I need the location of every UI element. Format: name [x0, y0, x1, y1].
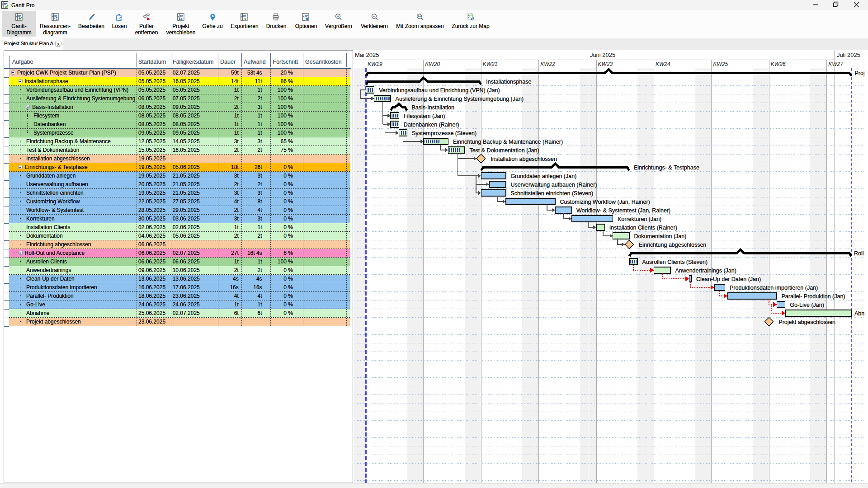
svg-text:Clean-Up der Daten (Jan): Clean-Up der Daten (Jan) — [696, 276, 761, 282]
svg-text:KW21: KW21 — [483, 61, 498, 67]
svg-text:Einrichtungs- & Testphase: Einrichtungs- & Testphase — [634, 164, 699, 171]
svg-text:KW25: KW25 — [713, 61, 728, 67]
svg-text:Schnittstellen einrichten (Ste: Schnittstellen einrichten (Steven) — [510, 190, 593, 197]
svg-text:KW26: KW26 — [771, 61, 786, 67]
svg-text:Anwendertrainings (Jan): Anwendertrainings (Jan) — [675, 267, 736, 274]
svg-text:KW24: KW24 — [656, 61, 670, 67]
svg-text:Einrichtung abgeschlossen: Einrichtung abgeschlossen — [639, 242, 706, 248]
svg-text:Verbindungsaufbau und Einricht: Verbindungsaufbau und Einrichtung (VPN) … — [379, 87, 500, 94]
svg-text:KW19: KW19 — [368, 61, 382, 67]
svg-text:Installationsphase: Installationsphase — [486, 79, 531, 85]
svg-text:Auslieferung & Einrichtung Sys: Auslieferung & Einrichtung Systemumgebun… — [396, 96, 524, 102]
svg-text:Go-Live (Jan): Go-Live (Jan) — [790, 302, 824, 308]
svg-text:Parallel- Produktion (Jan): Parallel- Produktion (Jan) — [782, 293, 845, 300]
svg-text:Installation abgeschlossen: Installation abgeschlossen — [491, 156, 557, 162]
svg-text:Abnahme (Jan): Abnahme (Jan) — [854, 310, 864, 317]
svg-text:KW22: KW22 — [540, 61, 555, 67]
svg-text:Dokumentation (Jan): Dokumentation (Jan) — [634, 233, 686, 239]
svg-text:Systemprozesse (Steven): Systemprozesse (Steven) — [412, 130, 476, 136]
svg-text:Korrekturen (Jan): Korrekturen (Jan) — [618, 216, 661, 222]
svg-text:Juli 2025: Juli 2025 — [837, 52, 860, 58]
svg-text:Customizing Workflow (Jan, Rai: Customizing Workflow (Jan, Rainer) — [560, 199, 650, 205]
svg-text:Ausrollen Clients (Steven): Ausrollen Clients (Steven) — [642, 259, 708, 265]
svg-text:Mai 2025: Mai 2025 — [355, 52, 379, 58]
svg-text:Datenbanken (Rainer): Datenbanken (Rainer) — [404, 122, 459, 128]
svg-text:Projekt CWK Projekt-Struktur-P: Projekt CWK Projekt-Struktur-Plan (PSP) — [855, 70, 865, 76]
svg-text:Roll-Out und Acceptance: Roll-Out und Acceptance — [854, 250, 864, 257]
svg-text:Userverwaltung aufbauen (Raine: Userverwaltung aufbauen (Rainer) — [510, 182, 597, 188]
svg-text:Workflow- & Systemtest (Jan, R: Workflow- & Systemtest (Jan, Rainer) — [576, 207, 670, 214]
svg-text:KW23: KW23 — [598, 61, 613, 67]
svg-text:Grunddaten anlegen (Jan): Grunddaten anlegen (Jan) — [510, 173, 576, 179]
svg-text:Produktionsdaten importieren (: Produktionsdaten importieren (Jan) — [730, 285, 818, 291]
svg-text:Juni 2025: Juni 2025 — [590, 52, 615, 58]
svg-text:Einrichtung Backup & Maintenan: Einrichtung Backup & Maintenance (Rainer… — [453, 139, 563, 145]
svg-text:Test & Dokumentation (Jan): Test & Dokumentation (Jan) — [469, 147, 539, 154]
svg-text:KW20: KW20 — [425, 61, 440, 67]
svg-text:c: c — [120, 16, 122, 20]
svg-text:KW27: KW27 — [828, 61, 844, 67]
svg-text:Basis-Installation: Basis-Installation — [412, 104, 455, 111]
svg-text:Filesystem (Jan): Filesystem (Jan) — [404, 113, 445, 119]
svg-text:Installation Clients (Rainer): Installation Clients (Rainer) — [609, 225, 677, 231]
svg-text:Projekt abgeschlossen: Projekt abgeschlossen — [778, 319, 835, 325]
